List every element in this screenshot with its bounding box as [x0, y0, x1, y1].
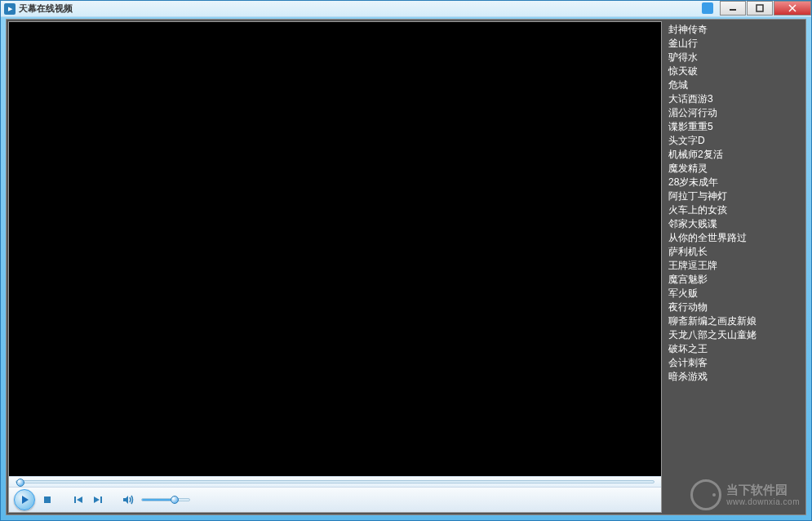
svg-marker-8	[94, 497, 100, 503]
svg-rect-6	[74, 497, 76, 503]
playlist-item[interactable]: 从你的全世界路过	[665, 231, 804, 245]
playlist-item[interactable]: 危城	[665, 78, 804, 92]
playlist-item[interactable]: 驴得水	[665, 51, 804, 65]
playlist-item[interactable]: 聊斋新编之画皮新娘	[665, 314, 804, 328]
playlist-item[interactable]: 釜山行	[665, 37, 804, 51]
player-controls	[9, 488, 661, 512]
playlist-item[interactable]: 王牌逗王牌	[665, 259, 804, 273]
maximize-button[interactable]	[747, 1, 773, 16]
seek-thumb[interactable]	[16, 479, 24, 487]
playlist-item[interactable]: 大话西游3	[665, 92, 804, 106]
svg-marker-7	[77, 497, 82, 503]
window-controls	[719, 1, 811, 16]
playlist-item[interactable]: 邻家大贱谍	[665, 217, 804, 231]
titlebar-extra-icon[interactable]	[702, 2, 713, 14]
playlist-item[interactable]: 魔发精灵	[665, 162, 804, 176]
playlist-item[interactable]: 破坏之王	[665, 342, 804, 356]
volume-slider[interactable]	[141, 498, 190, 501]
playlist-item[interactable]: 湄公河行动	[665, 106, 804, 120]
svg-marker-10	[123, 496, 128, 504]
window-title: 天幕在线视频	[19, 2, 73, 15]
volume-icon[interactable]	[122, 492, 136, 507]
volume-thumb[interactable]	[171, 496, 179, 504]
playlist-item[interactable]: 萨利机长	[665, 245, 804, 259]
playlist-item[interactable]: 夜行动物	[665, 301, 804, 314]
playlist-item[interactable]: 暗杀游戏	[665, 370, 804, 384]
app-icon	[4, 3, 16, 15]
next-button[interactable]	[91, 492, 105, 507]
playlist-item[interactable]: 头文字D	[665, 134, 804, 148]
svg-rect-9	[100, 497, 102, 503]
playlist-item[interactable]: 机械师2复活	[665, 148, 804, 162]
previous-button[interactable]	[71, 492, 86, 507]
play-button[interactable]	[14, 489, 35, 510]
close-button[interactable]	[774, 1, 811, 16]
playlist-item[interactable]: 封神传奇	[665, 23, 804, 37]
svg-rect-5	[44, 497, 51, 503]
playlist-item[interactable]: 28岁未成年	[665, 176, 804, 189]
content-area: 封神传奇釜山行驴得水惊天破危城大话西游3湄公河行动谍影重重5头文字D机械师2复活…	[6, 19, 806, 515]
playlist-item[interactable]: 火车上的女孩	[665, 203, 804, 217]
svg-rect-1	[757, 5, 763, 11]
titlebar[interactable]: 天幕在线视频	[1, 1, 811, 17]
playlist-item[interactable]: 谍影重重5	[665, 120, 804, 134]
playlist-panel[interactable]: 封神传奇釜山行驴得水惊天破危城大话西游3湄公河行动谍影重重5头文字D机械师2复活…	[663, 20, 805, 514]
playlist-item[interactable]: 天龙八部之天山童姥	[665, 328, 804, 342]
window-frame: 天幕在线视频	[0, 0, 812, 521]
playlist-item[interactable]: 阿拉丁与神灯	[665, 189, 804, 203]
svg-marker-4	[22, 496, 29, 504]
playlist-item[interactable]: 惊天破	[665, 65, 804, 78]
video-player	[8, 21, 662, 513]
stop-button[interactable]	[40, 492, 55, 507]
seekbar[interactable]	[9, 476, 661, 488]
playlist-item[interactable]: 会计刺客	[665, 356, 804, 370]
playlist-item[interactable]: 军火贩	[665, 287, 804, 301]
seek-track[interactable]	[16, 480, 654, 483]
playlist-item[interactable]: 魔宫魅影	[665, 273, 804, 287]
volume-fill	[142, 499, 171, 501]
minimize-button[interactable]	[720, 1, 746, 16]
video-display[interactable]	[9, 22, 661, 476]
